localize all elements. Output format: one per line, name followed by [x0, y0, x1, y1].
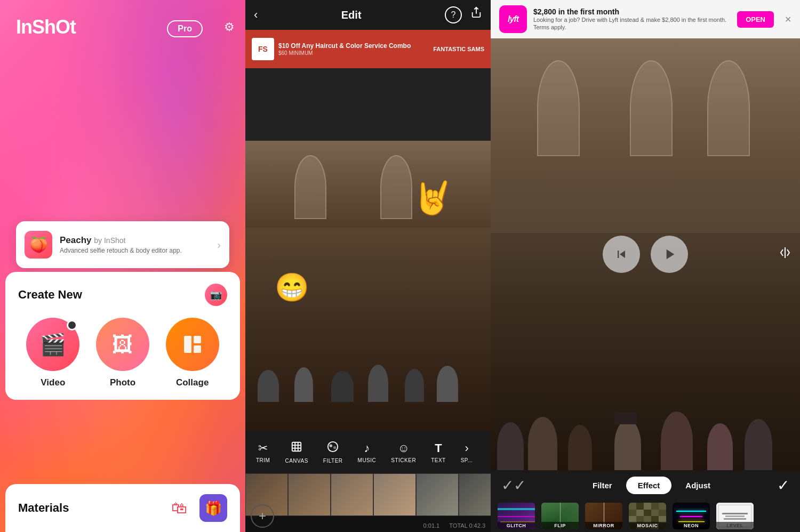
ad-close-icon[interactable]: ✕ — [785, 14, 791, 25]
collage-label: Collage — [176, 377, 209, 388]
speed-icon: › — [465, 441, 468, 455]
materials-icons: 🛍 🎁 — [165, 494, 227, 522]
tool-trim[interactable]: ✂ TRIM — [250, 441, 276, 463]
fantastic-sams-logo: FS — [252, 38, 274, 60]
pro-badge[interactable]: Pro — [167, 20, 203, 37]
emoji-sticker[interactable]: 😁 — [275, 271, 309, 304]
create-options-row: 🎬 Video 🖼 Photo Collage — [18, 318, 227, 388]
ad-banner-content: FS $10 Off Any Haircut & Color Service C… — [252, 38, 411, 60]
filter-tab-effect[interactable]: Effect — [626, 477, 672, 494]
create-new-header: Create New 📷 — [18, 284, 227, 306]
flip-thumbnail: FLIP — [541, 503, 579, 529]
svg-rect-2 — [194, 345, 201, 353]
svg-point-8 — [328, 441, 338, 451]
effect-mirror[interactable]: MIRROR — [582, 503, 625, 529]
video-preview: 😁 🤘 — [245, 68, 491, 431]
help-icon[interactable]: ? — [445, 6, 462, 23]
create-collage-option[interactable]: Collage — [166, 318, 219, 388]
lyft-ad[interactable]: lyft $2,800 in the first month Looking f… — [491, 0, 800, 38]
svg-point-10 — [333, 446, 337, 449]
filter-tabs: Filter Effect Adjust — [581, 477, 722, 494]
left-panel: InShOt Pro ⚙ 🍑 Peachy by InShot Advanced… — [0, 0, 245, 532]
peachy-promo-card[interactable]: 🍑 Peachy by InShot Advanced selfie retou… — [16, 221, 229, 268]
lyft-ad-subtitle: Looking for a job? Drive with Lyft inste… — [533, 16, 731, 31]
timeline-frame-2 — [288, 473, 331, 516]
effect-neon[interactable]: NEON — [670, 503, 713, 529]
ad-sub-text: $60 MINIMUM — [278, 50, 411, 56]
peachy-text-block: Peachy by InShot Advanced selfie retouch… — [60, 235, 217, 254]
tool-filter[interactable]: FILTER — [317, 441, 349, 464]
effects-row: GLITCH FLIP MIRROR — [491, 500, 800, 532]
tool-sticker[interactable]: ☺ STICKER — [385, 441, 422, 463]
level-thumbnail: LEVEL — [716, 503, 754, 529]
svg-rect-0 — [184, 336, 191, 353]
ad-text-block: $10 Off Any Haircut & Color Service Comb… — [278, 42, 411, 57]
effect-level[interactable]: LEVEL — [714, 503, 756, 529]
flip-label: FLIP — [541, 522, 579, 529]
glitch-label: GLITCH — [498, 522, 535, 529]
text-icon: T — [435, 441, 442, 455]
timeline-scroll[interactable] — [245, 473, 491, 516]
editor-title: Edit — [341, 9, 362, 21]
filter-tab-filter[interactable]: Filter — [581, 477, 624, 494]
editor-toolbar: ✂ TRIM CANVAS — [245, 431, 491, 473]
tool-music[interactable]: ♪ MUSIC — [351, 441, 383, 463]
create-photo-option[interactable]: 🖼 Photo — [96, 318, 149, 388]
back-icon[interactable]: ‹ — [254, 8, 258, 22]
timeline-frame-3 — [331, 473, 373, 516]
photo-label: Photo — [110, 377, 135, 388]
playback-controls — [603, 236, 688, 273]
music-label: MUSIC — [358, 457, 377, 463]
filter-action-row: ✓✓ Filter Effect Adjust ✓ — [491, 470, 800, 500]
play-button[interactable] — [651, 236, 688, 273]
double-check-icon[interactable]: ✓✓ — [501, 477, 526, 494]
neon-thumbnail: NEON — [673, 503, 710, 529]
previous-frame-button[interactable] — [603, 236, 640, 273]
editor-header: ‹ Edit ? — [245, 0, 491, 30]
hand-sticker[interactable]: 🤘 — [408, 174, 457, 221]
trim-icon: ✂ — [258, 441, 268, 455]
filter-icon — [327, 441, 339, 456]
canvas-icon — [291, 441, 302, 456]
lyft-open-button[interactable]: OPEN — [737, 11, 774, 28]
tool-speed[interactable]: › SP... — [454, 441, 479, 463]
video-label: Video — [41, 377, 65, 388]
gift-icon[interactable]: 🎁 — [199, 494, 227, 522]
right-video-preview — [491, 38, 800, 470]
split-icon[interactable] — [779, 246, 791, 262]
lyft-logo: lyft — [499, 5, 527, 33]
confirm-icon[interactable]: ✓ — [777, 477, 789, 494]
neon-label: NEON — [673, 522, 710, 529]
timeline-frame-5 — [416, 473, 459, 516]
effect-flip[interactable]: FLIP — [539, 503, 581, 529]
canvas-label: CANVAS — [285, 458, 308, 464]
photo-icon: 🖼 — [96, 318, 149, 371]
svg-rect-1 — [194, 336, 201, 343]
ad-offer-text: $10 Off Any Haircut & Color Service Comb… — [278, 42, 411, 51]
shopping-bag-icon[interactable]: 🛍 — [165, 494, 193, 522]
effect-glitch[interactable]: GLITCH — [495, 503, 538, 529]
ad-banner[interactable]: FS $10 Off Any Haircut & Color Service C… — [245, 30, 491, 68]
create-video-option[interactable]: 🎬 Video — [26, 318, 79, 388]
peachy-subtitle: Advanced selfie retouch & body editor ap… — [60, 247, 217, 254]
materials-label: Materials — [18, 501, 69, 515]
tool-text[interactable]: T TEXT — [425, 441, 452, 463]
settings-icon[interactable]: ⚙ — [224, 20, 235, 34]
right-panel: lyft $2,800 in the first month Looking f… — [491, 0, 800, 532]
camera-icon[interactable]: 📷 — [205, 284, 227, 306]
effect-mosaic[interactable]: MOSAIC — [626, 503, 669, 529]
create-new-title: Create New — [18, 288, 82, 302]
mirror-label: MIRROR — [585, 522, 622, 529]
video-icon: 🎬 — [26, 318, 79, 371]
filter-tab-adjust[interactable]: Adjust — [674, 477, 722, 494]
share-icon[interactable] — [470, 6, 482, 23]
timeline-area: + 0:01.1 TOTAL 0:42.3 — [245, 473, 491, 532]
add-clip-button[interactable]: + — [251, 504, 274, 528]
filter-label: FILTER — [323, 458, 343, 464]
tool-canvas[interactable]: CANVAS — [278, 441, 314, 464]
peachy-icon: 🍑 — [25, 231, 52, 259]
start-time: 0:01.1 — [423, 522, 440, 529]
sticker-icon: ☺ — [397, 441, 409, 455]
notification-badge — [67, 320, 77, 331]
total-time: TOTAL 0:42.3 — [449, 522, 485, 529]
